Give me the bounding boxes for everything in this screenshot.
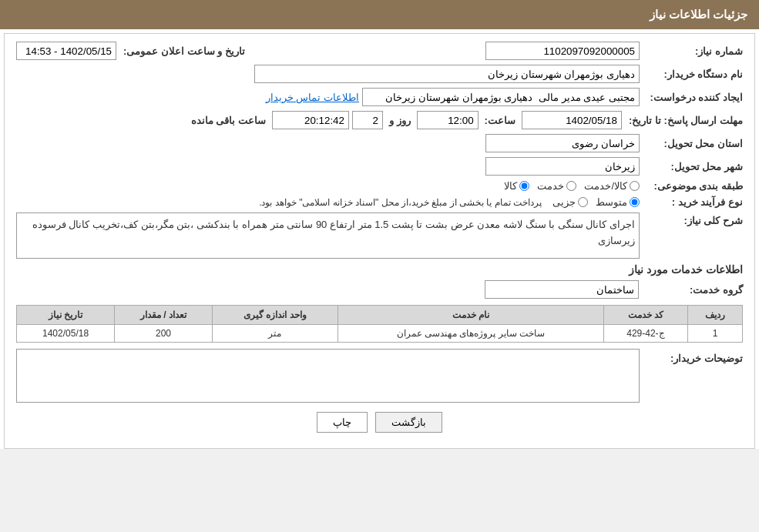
buyer-notes-label: توضیحات خریدار: [643, 349, 743, 364]
services-table: ردیف کد خدمت نام خدمت واحد اندازه گیری ت… [16, 305, 743, 343]
requester-label: ایجاد کننده درخواست: [643, 92, 743, 103]
response-countdown-input[interactable] [272, 111, 349, 129]
cell-unit: متر [213, 325, 338, 343]
page-title: جزئیات اطلاعات نیاز [650, 8, 747, 21]
delivery-province-input[interactable] [485, 134, 640, 152]
buyer-notes-textarea[interactable] [16, 349, 640, 403]
table-row: 1 ج-42-429 ساخت سایر پروژه‌های مهندسی عم… [17, 325, 743, 343]
response-time-input[interactable] [417, 111, 479, 129]
cell-quantity: 200 [115, 325, 213, 343]
cell-date: 1402/05/18 [17, 325, 115, 343]
purchase-type-jozi[interactable]: جزیی [552, 196, 588, 208]
page-header: جزئیات اطلاعات نیاز [0, 0, 759, 29]
service-group-label: گروه خدمت: [643, 284, 743, 296]
category-kala-khedmat[interactable]: کالا/خدمت [584, 180, 640, 192]
description-box: اجرای کانال سنگی با سنگ لاشه معدن عرض بش… [16, 212, 640, 259]
announcement-date-input[interactable] [16, 42, 116, 60]
col-code: کد خدمت [603, 306, 687, 325]
services-table-container: ردیف کد خدمت نام خدمت واحد اندازه گیری ت… [16, 305, 743, 343]
col-name: نام خدمت [338, 306, 603, 325]
requester-input[interactable] [362, 88, 640, 106]
cell-name: ساخت سایر پروژه‌های مهندسی عمران [338, 325, 603, 343]
col-unit: واحد اندازه گیری [213, 306, 338, 325]
purchase-type-label: نوع فرآیند خرید : [643, 196, 743, 208]
purchase-type-radio-group: متوسط جزیی [552, 196, 640, 208]
response-deadline-label: مهلت ارسال پاسخ: تا تاریخ: [625, 115, 743, 126]
button-row: بازگشت چاپ [16, 412, 743, 440]
col-quantity: تعداد / مقدار [115, 306, 213, 325]
response-time-label: ساعت: [482, 115, 519, 126]
delivery-city-label: شهر محل تحویل: [643, 161, 743, 172]
buyer-org-label: نام دستگاه خریدار: [643, 69, 743, 80]
buyer-org-input[interactable] [254, 65, 640, 83]
category-label: طبقه بندی موضوعی: [643, 180, 743, 192]
cell-code: ج-42-429 [603, 325, 687, 343]
response-countdown-label: ساعت باقی مانده [188, 115, 269, 126]
category-kala[interactable]: کالا [504, 180, 529, 192]
service-group-input[interactable] [485, 280, 639, 299]
response-date-input[interactable] [522, 111, 622, 129]
contact-link[interactable]: اطلاعات تماس خریدار [266, 92, 359, 103]
print-button[interactable]: چاپ [317, 412, 368, 433]
purchase-type-motavaset[interactable]: متوسط [596, 196, 640, 208]
response-days-input[interactable] [352, 111, 383, 129]
description-label: شرح کلی نیاز: [643, 212, 743, 226]
col-row: ردیف [688, 306, 743, 325]
category-radio-group: کالا/خدمت خدمت کالا [504, 180, 640, 192]
response-days-label: روز و [386, 115, 414, 126]
cell-row: 1 [688, 325, 743, 343]
delivery-province-label: استان محل تحویل: [643, 138, 743, 149]
announcement-date-label: تاریخ و ساعت اعلان عمومی: [119, 45, 245, 57]
services-info-title: اطلاعات خدمات مورد نیاز [16, 263, 743, 276]
description-text: اجرای کانال سنگی با سنگ لاشه معدن عرض بش… [32, 219, 635, 246]
back-button[interactable]: بازگشت [375, 412, 442, 433]
purchase-type-note: پرداخت تمام یا بخشی از مبلغ خرید،از محل … [259, 197, 542, 208]
need-number-label: شماره نیاز: [643, 45, 743, 57]
delivery-city-input[interactable] [485, 157, 640, 176]
need-number-input[interactable] [485, 42, 640, 60]
category-khedmat[interactable]: خدمت [537, 180, 576, 192]
col-date: تاریخ نیاز [17, 306, 115, 325]
